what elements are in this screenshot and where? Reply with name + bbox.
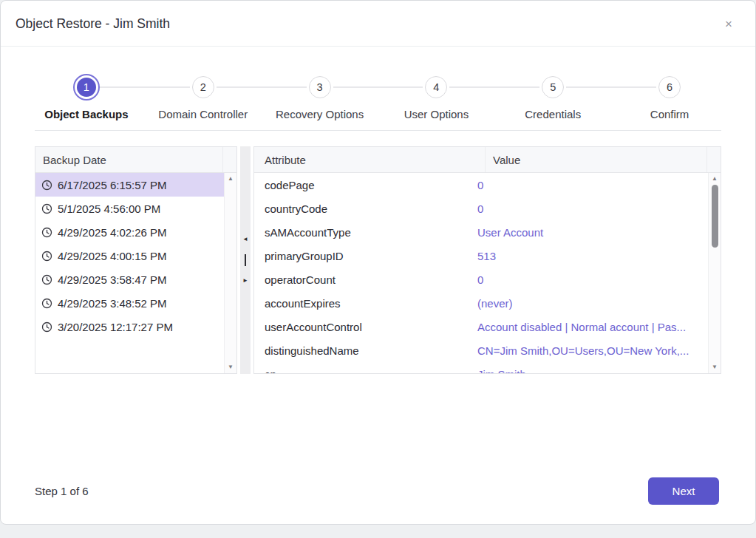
step-label: Credentials (525, 108, 581, 120)
object-restore-dialog: Object Restore - Jim Smith × 1 Object Ba… (0, 0, 756, 525)
dialog-title: Object Restore - Jim Smith (16, 1, 170, 47)
step-label: User Options (404, 108, 469, 120)
step-label: Object Backups (44, 108, 128, 120)
attribute-header-scroll-cell (707, 147, 721, 172)
attribute-name-cell: codePage (254, 179, 475, 191)
attribute-value-cell[interactable]: (never) (475, 297, 708, 310)
step-circle: 6 (658, 76, 681, 98)
dialog-titlebar: Object Restore - Jim Smith × (1, 1, 755, 47)
backup-list-item[interactable]: 5/1/2025 4:56:00 PM (35, 197, 224, 220)
backup-date-text: 4/29/2025 3:58:47 PM (58, 273, 167, 286)
attribute-rows: codePage 0 countryCode 0 sAMAccountType … (254, 173, 708, 373)
attribute-value-cell[interactable]: 0 (475, 179, 708, 191)
backup-date-text: 6/17/2025 6:15:57 PM (58, 179, 167, 191)
table-row[interactable]: operatorCount 0 (254, 268, 708, 291)
backup-list-body: 6/17/2025 6:15:57 PM 5/1/2025 4:56:00 PM (35, 173, 236, 373)
clock-icon (41, 298, 52, 309)
step-circle: 5 (542, 76, 564, 98)
attribute-table-scrollbar[interactable]: ▲ ▼ (708, 173, 721, 373)
attribute-value-cell[interactable]: Jim Smith (475, 368, 708, 374)
backup-list-header-row: Backup Date (35, 147, 236, 173)
panel-splitter[interactable]: ◄ ► (240, 146, 251, 374)
attribute-column-header[interactable]: Attribute (254, 147, 486, 172)
step-number: 2 (200, 81, 206, 93)
backup-date-text: 5/1/2025 4:56:00 PM (58, 202, 160, 215)
wizard-step[interactable]: 3 Recovery Options (262, 73, 378, 120)
table-row[interactable]: accountExpires (never) (254, 291, 708, 315)
collapse-left-icon[interactable]: ◄ (242, 236, 248, 242)
attribute-value-cell[interactable]: 513 (475, 250, 708, 262)
scroll-down-icon[interactable]: ▼ (228, 364, 234, 370)
attribute-value-cell[interactable]: CN=Jim Smith,OU=Users,OU=New York,... (475, 344, 708, 357)
backup-list-item[interactable]: 3/20/2025 12:17:27 PM (35, 315, 224, 338)
backup-date-text: 4/29/2025 4:00:15 PM (58, 250, 167, 262)
step-circle-wrap: 2 (192, 73, 214, 101)
wizard-step[interactable]: 5 Credentials (494, 73, 611, 120)
table-row[interactable]: distinguishedName CN=Jim Smith,OU=Users,… (254, 338, 708, 362)
backup-header-scroll-cell (223, 147, 236, 172)
scroll-up-icon[interactable]: ▲ (712, 176, 718, 182)
scroll-down-icon[interactable]: ▼ (712, 364, 718, 370)
attribute-name-cell: sAMAccountType (254, 226, 475, 239)
scroll-up-icon[interactable]: ▲ (228, 176, 234, 182)
close-icon[interactable]: × (721, 17, 736, 32)
step-label: Domain Controller (158, 108, 248, 120)
attribute-panel: Attribute Value codePage 0 countryCode (253, 146, 721, 374)
table-row[interactable]: sAMAccountType User Account (254, 220, 708, 244)
attribute-name-cell: cn (254, 368, 475, 374)
step-number: 3 (317, 81, 323, 93)
backup-list-item[interactable]: 6/17/2025 6:15:57 PM (35, 173, 224, 197)
step-circle-wrap: 3 (309, 73, 331, 101)
attribute-value-cell[interactable]: User Account (475, 226, 708, 239)
backup-list-scrollbar[interactable]: ▲ ▼ (224, 173, 236, 373)
clock-icon (41, 227, 52, 238)
backup-list-item[interactable]: 4/29/2025 3:48:52 PM (35, 291, 224, 315)
content-panels: Backup Date 6/17/20 (35, 146, 721, 374)
step-circle-wrap: 4 (425, 73, 447, 101)
step-indicator: Step 1 of 6 (35, 485, 89, 497)
stepper-divider (35, 130, 721, 131)
step-label: Recovery Options (276, 108, 364, 120)
table-row[interactable]: codePage 0 (254, 173, 708, 197)
wizard-step[interactable]: 6 Confirm (611, 73, 728, 120)
clock-icon (41, 321, 52, 333)
backup-list-item[interactable]: 4/29/2025 4:00:15 PM (35, 244, 224, 268)
table-row[interactable]: countryCode 0 (254, 197, 708, 220)
attribute-table-header-row: Attribute Value (254, 147, 721, 173)
attribute-value-cell[interactable]: 0 (475, 273, 708, 286)
backup-date-column-header[interactable]: Backup Date (35, 147, 223, 172)
backup-list-item[interactable]: 4/29/2025 4:02:26 PM (35, 220, 224, 244)
step-number: 5 (550, 81, 556, 93)
step-circle: 2 (192, 76, 214, 98)
table-row[interactable]: cn Jim Smith (254, 362, 708, 373)
attribute-name-cell: primaryGroupID (254, 250, 475, 262)
value-column-header[interactable]: Value (486, 147, 707, 172)
table-row[interactable]: primaryGroupID 513 (254, 244, 708, 268)
next-button[interactable]: Next (648, 477, 719, 505)
backup-date-text: 4/29/2025 4:02:26 PM (58, 226, 167, 239)
attribute-value-cell[interactable]: 0 (475, 202, 708, 215)
clock-icon (41, 203, 52, 214)
table-row[interactable]: userAccountControl Account disabled | No… (254, 315, 708, 338)
attribute-value-cell[interactable]: Account disabled | Normal account | Pas.… (475, 321, 708, 333)
step-circle: 4 (425, 76, 447, 98)
step-label: Confirm (650, 108, 689, 120)
collapse-right-icon[interactable]: ► (242, 278, 248, 284)
step-number: 4 (433, 81, 439, 93)
dialog-footer: Step 1 of 6 Next (35, 477, 719, 505)
attribute-name-cell: countryCode (254, 202, 475, 215)
step-circle-wrap: 5 (542, 73, 564, 101)
wizard-stepper: 1 Object Backups 2 Domain Controller 3 (28, 73, 728, 120)
clock-icon (41, 251, 52, 262)
scrollbar-thumb[interactable] (712, 185, 718, 248)
attribute-name-cell: operatorCount (254, 273, 475, 286)
wizard-step[interactable]: 4 User Options (378, 73, 494, 120)
wizard-step[interactable]: 1 Object Backups (28, 73, 145, 120)
step-circle-wrap: 6 (658, 73, 681, 101)
splitter-grip-icon[interactable] (245, 254, 246, 266)
wizard-step[interactable]: 2 Domain Controller (145, 73, 262, 120)
step-circle: 3 (309, 76, 331, 98)
step-circle: 1 (73, 74, 100, 101)
backup-list-item[interactable]: 4/29/2025 3:58:47 PM (35, 268, 224, 291)
step-number: 6 (667, 81, 672, 93)
